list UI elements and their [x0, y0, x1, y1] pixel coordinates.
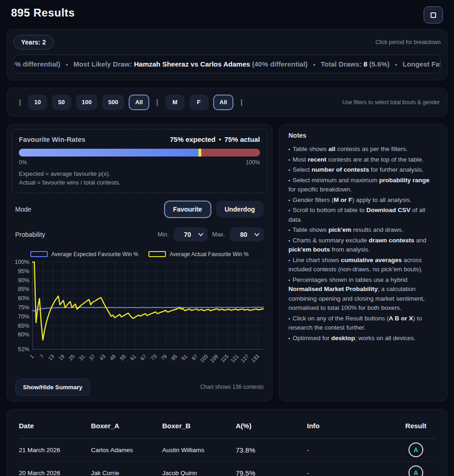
- gender-filter-m[interactable]: M: [165, 95, 185, 110]
- winrate-box: Favourite Win-Rates 75% expected•75% act…: [11, 129, 267, 193]
- filter-divider: |: [156, 98, 159, 107]
- result-button[interactable]: A: [409, 442, 423, 457]
- column-header-date: Date: [19, 422, 91, 430]
- probability-row: Probability Min. 70 Max. 80: [15, 225, 264, 244]
- analysis-card: Favourite Win-Rates 75% expected•75% act…: [6, 124, 272, 402]
- actual-definition: Actual = favourite wins / total contests…: [19, 179, 260, 187]
- cell-boxer-b: Jacob Quinn: [162, 470, 236, 476]
- ticker-segment: Total Draws:: [321, 60, 363, 68]
- note-item: ▪Charts & summary exclude drawn contests…: [289, 236, 438, 255]
- note-item: ▪Most recent contests are at the top of …: [289, 155, 438, 165]
- svg-text:31: 31: [78, 353, 86, 362]
- column-header-boxerb: Boxer_B: [162, 422, 236, 430]
- count-filter-100[interactable]: 100: [76, 95, 98, 110]
- cell-boxer-b: Austin Williams: [162, 447, 236, 454]
- expected-stat: 75% expected: [170, 135, 216, 143]
- svg-text:25: 25: [68, 353, 76, 362]
- min-probability-select[interactable]: 70: [174, 227, 208, 241]
- legend-actual-label: Average Actual Favourite Win %: [170, 251, 249, 258]
- bullet-icon: ▪: [289, 238, 290, 243]
- note-item: ▪Scroll to bottom of table to Download C…: [289, 206, 438, 224]
- count-filter-all[interactable]: All: [129, 95, 149, 110]
- bullet-icon: ▪: [289, 277, 290, 283]
- svg-text:100%: 100%: [15, 259, 29, 265]
- top-bar: 895 Results: [6, 0, 448, 27]
- bullet-icon: ▪: [289, 258, 290, 263]
- page: 895 Results Years: 2 Click period for br…: [0, 0, 454, 476]
- stats-ticker[interactable]: % differential)•Most Likely Draw: Hamzah…: [13, 55, 441, 73]
- svg-text:61: 61: [129, 353, 137, 362]
- count-filter-50[interactable]: 50: [52, 95, 71, 110]
- table-header-row: DateBoxer_ABoxer_BA(%)InfoResult: [19, 413, 435, 439]
- mode-button-group: FavouriteUnderdog: [164, 201, 264, 218]
- years-filter-pill[interactable]: Years: 2: [13, 35, 54, 50]
- svg-text:90%: 90%: [18, 277, 29, 283]
- mode-button-favourite[interactable]: Favourite: [164, 201, 211, 218]
- svg-text:75%: 75%: [18, 304, 29, 311]
- min-label: Min.: [158, 231, 169, 238]
- result-button[interactable]: A: [409, 465, 423, 476]
- count-filter-10[interactable]: 10: [28, 95, 47, 110]
- min-probability-value: 70: [174, 231, 199, 238]
- mode-row: Mode FavouriteUnderdog: [15, 200, 264, 218]
- bullet-icon: ▪: [289, 146, 290, 152]
- scale-min-label: 0%: [19, 159, 27, 166]
- ticker-segment: Longest Favour: [403, 60, 441, 68]
- note-item: ▪Line chart shows cumulative averages ac…: [289, 256, 438, 274]
- winrate-actual-fill: [19, 149, 200, 157]
- note-item: ▪Table shows pick'em results and draws.: [289, 225, 438, 235]
- svg-text:79: 79: [160, 353, 168, 362]
- gender-filter-all[interactable]: All: [213, 95, 234, 110]
- svg-text:52%: 52%: [18, 346, 29, 353]
- gender-filter-group: MFAll: [163, 95, 236, 110]
- svg-text:49: 49: [108, 353, 117, 362]
- bullet-icon: ▪: [289, 167, 290, 173]
- max-probability-select[interactable]: 80: [230, 227, 264, 241]
- bullet-icon: ▪: [289, 157, 290, 162]
- scale-max-label: 100%: [246, 159, 260, 166]
- legend-item-actual: Average Actual Favourite Win %: [148, 251, 249, 258]
- cell-date: 20 March 2026: [19, 470, 91, 476]
- winrate-expected-marker: [199, 149, 201, 157]
- results-table-panel: DateBoxer_ABoxer_BA(%)InfoResult 21 Marc…: [6, 409, 448, 476]
- svg-text:13: 13: [47, 353, 56, 362]
- cumulative-winrate-chart: 100%95%90%85%80%75%70%65%60%52%171319253…: [11, 258, 267, 376]
- notes-list: ▪Table shows all contests as per the fil…: [289, 145, 438, 343]
- mode-label: Mode: [15, 206, 31, 213]
- svg-text:60%: 60%: [18, 331, 29, 338]
- svg-text:67: 67: [139, 353, 148, 362]
- column-header-boxera: Boxer_A: [91, 422, 162, 430]
- gender-filter-f[interactable]: F: [189, 95, 209, 110]
- svg-text:121: 121: [230, 353, 240, 364]
- chart-caption: Chart shows 136 contests: [200, 384, 264, 390]
- filter-divider: |: [19, 98, 21, 107]
- column-header-a: A(%): [236, 422, 307, 430]
- filter-hint: Use filters to select total bouts & gend…: [342, 99, 440, 106]
- svg-text:85: 85: [170, 353, 178, 362]
- mode-button-underdog[interactable]: Underdog: [216, 201, 264, 218]
- actual-line: [33, 262, 263, 340]
- bullet-icon: ▪: [289, 197, 290, 203]
- filter-bar: | 1050100500All | MFAll | Use filters to…: [6, 88, 448, 117]
- show-hide-summary-button[interactable]: Show/Hide Summary: [15, 379, 90, 396]
- window-toggle-button[interactable]: [424, 6, 443, 23]
- winrate-explainer: Expected = average favourite p(x). Actua…: [19, 170, 260, 187]
- svg-text:95%: 95%: [18, 268, 29, 274]
- svg-text:70%: 70%: [18, 313, 29, 319]
- chevron-down-icon: [198, 231, 203, 236]
- count-filter-500[interactable]: 500: [102, 95, 124, 110]
- expected-definition: Expected = average favourite p(x).: [19, 170, 260, 179]
- svg-text:115: 115: [220, 353, 229, 363]
- ticker-segment: % differential): [15, 60, 60, 68]
- column-header-info: Info: [307, 422, 397, 430]
- column-header-result: Result: [397, 422, 435, 430]
- svg-text:7: 7: [39, 353, 45, 359]
- note-item: ▪Select number of contests for further a…: [289, 165, 438, 175]
- dot-separator: •: [216, 135, 224, 143]
- chart-legend: Average Expected Favourite Win % Average…: [11, 251, 267, 258]
- max-probability-value: 80: [230, 231, 255, 238]
- svg-text:65%: 65%: [18, 322, 29, 329]
- cell-boxer-a: Jak Corrie: [91, 470, 162, 476]
- note-item: ▪Click on any of the Result buttons (A B…: [289, 314, 438, 333]
- svg-text:1: 1: [28, 353, 34, 359]
